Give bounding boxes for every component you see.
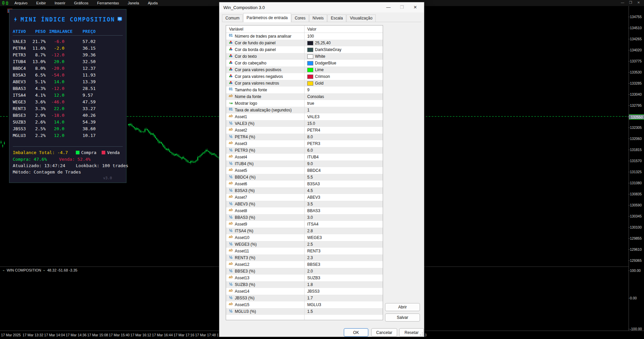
maximize-button[interactable]: ❐ bbox=[627, 0, 635, 5]
param-value[interactable]: 2.8 bbox=[307, 229, 313, 233]
param-value[interactable]: 1.5 bbox=[307, 309, 313, 314]
param-value[interactable]: MGLU3 bbox=[307, 302, 321, 307]
menu-item-gráficos[interactable]: Gráficos bbox=[70, 0, 93, 6]
minimize-button[interactable]: — bbox=[619, 0, 627, 5]
menu-item-inserir[interactable]: Inserir bbox=[50, 0, 70, 6]
param-value[interactable]: 3.5 bbox=[307, 202, 313, 206]
price-axis[interactable]: 1347551345101342651340201337751335301332… bbox=[629, 6, 644, 331]
imbalance-cell: 22.0 bbox=[49, 106, 64, 111]
composition-row: PETR411.6%-2.036.15 bbox=[9, 46, 126, 52]
cancelar-button[interactable]: Cancelar bbox=[371, 328, 397, 337]
param-value[interactable]: 2.0 bbox=[307, 269, 313, 274]
param-value[interactable]: WEGE3 bbox=[307, 235, 322, 240]
param-value[interactable]: 1.8 bbox=[307, 282, 313, 287]
preco-cell: 57.02 bbox=[83, 39, 96, 44]
tab-escala[interactable]: Escala bbox=[327, 14, 346, 22]
param-value[interactable]: Consolas bbox=[307, 94, 324, 99]
param-label: Asset4 bbox=[235, 155, 247, 159]
imbalance-cell: 20.0 bbox=[49, 59, 64, 64]
tab-cores[interactable]: Cores bbox=[291, 14, 309, 22]
menu-item-exibir[interactable]: Exibir bbox=[32, 0, 50, 6]
resize-grip[interactable] bbox=[420, 332, 423, 336]
param-label: Cor de fundo do painel bbox=[235, 41, 275, 45]
peso-cell: 2.6% bbox=[29, 119, 46, 125]
composition-row: PETR38.7%-12.039.36 bbox=[9, 52, 126, 59]
param-value[interactable]: 8.0 bbox=[307, 135, 313, 139]
param-value[interactable]: RENT3 bbox=[307, 249, 320, 253]
param-value[interactable]: JBSS3 bbox=[307, 289, 320, 294]
param-value[interactable]: ITUB4 bbox=[307, 155, 319, 159]
dialog-minimize-button[interactable]: — bbox=[382, 2, 395, 12]
ativo-cell: ITUB4 bbox=[13, 59, 26, 64]
lightning-icon bbox=[14, 17, 17, 22]
salvar-button[interactable]: Salvar bbox=[385, 313, 420, 322]
peso-cell: 5.1% bbox=[29, 79, 46, 84]
param-value[interactable]: Gold bbox=[307, 81, 323, 86]
ativo-cell: PETR4 bbox=[13, 46, 26, 51]
column-header: ATIVO bbox=[13, 29, 26, 34]
abrir-button[interactable]: Abrir bbox=[385, 303, 420, 311]
param-value[interactable]: DodgerBlue bbox=[307, 61, 336, 65]
param-label: Asset13 bbox=[235, 276, 249, 280]
param-value[interactable]: 25,25,40 bbox=[307, 41, 331, 45]
param-label: JBSS3 (%) bbox=[235, 296, 255, 300]
param-value[interactable]: 2.5 bbox=[307, 242, 313, 247]
close-button[interactable]: ✕ bbox=[635, 0, 643, 5]
param-value[interactable]: 2.3 bbox=[307, 255, 313, 260]
menu-item-ajuda[interactable]: Ajuda bbox=[144, 0, 162, 6]
str-type-icon: ab bbox=[228, 168, 234, 172]
dialog-title: Win_Composition 3.0 bbox=[223, 5, 265, 10]
ativo-cell: VALE3 bbox=[13, 39, 26, 44]
color-type-icon bbox=[228, 67, 234, 72]
param-value[interactable]: BBAS3 bbox=[307, 208, 320, 213]
color-type-icon bbox=[228, 54, 234, 58]
preco-cell: 10.17 bbox=[83, 133, 96, 138]
param-value[interactable]: BBSE3 bbox=[307, 262, 320, 267]
mt5-logo-icon bbox=[1, 1, 10, 5]
menu-item-ferramentas[interactable]: Ferramentas bbox=[93, 0, 123, 6]
tab-n-veis[interactable]: Níveis bbox=[309, 14, 327, 22]
param-value[interactable]: ITSA4 bbox=[307, 222, 318, 227]
param-value[interactable]: SUZB3 bbox=[307, 276, 320, 280]
param-value[interactable]: Lime bbox=[307, 67, 324, 72]
ativo-cell: JBSS3 bbox=[13, 126, 26, 131]
menu-item-janela[interactable]: Janela bbox=[123, 0, 144, 6]
param-value[interactable]: VALE3 bbox=[307, 114, 319, 119]
param-value[interactable]: BBDC4 bbox=[307, 168, 321, 173]
param-value[interactable]: PETR3 bbox=[307, 141, 320, 146]
param-value[interactable]: 1.7 bbox=[307, 296, 313, 300]
param-value[interactable]: 6.0 bbox=[307, 148, 313, 153]
dbl-type-icon: ½ bbox=[228, 121, 234, 126]
param-value[interactable]: 9.0 bbox=[307, 161, 313, 166]
menu-item-arquivo[interactable]: Arquivo bbox=[10, 0, 32, 6]
compra-percent: Compra: 47.6% bbox=[13, 157, 47, 162]
tab-comum[interactable]: Comum bbox=[222, 14, 243, 22]
param-label: B3SA3 (%) bbox=[235, 188, 255, 193]
param-value[interactable]: PETR4 bbox=[307, 128, 320, 133]
param-value[interactable]: true bbox=[307, 101, 314, 106]
str-type-icon: ab bbox=[228, 154, 234, 158]
param-value[interactable]: Crimson bbox=[307, 74, 330, 79]
param-value[interactable]: 15.0 bbox=[307, 121, 315, 126]
param-value[interactable]: ABEV3 bbox=[307, 195, 320, 200]
color-type-icon bbox=[228, 47, 234, 52]
tab-par-metros-de-entrada[interactable]: Parâmetros de entrada bbox=[243, 13, 291, 22]
param-value[interactable]: 1 bbox=[307, 108, 310, 112]
param-value[interactable]: B3SA3 bbox=[307, 182, 320, 186]
param-value[interactable]: 4.5 bbox=[307, 188, 313, 193]
param-value[interactable]: DarkSlateGray bbox=[307, 47, 341, 52]
param-value[interactable]: 3.0 bbox=[307, 215, 313, 220]
param-value[interactable]: White bbox=[307, 54, 325, 59]
param-label: Taxa de atualização (segundos) bbox=[235, 108, 291, 112]
str-type-icon: ab bbox=[228, 275, 234, 279]
param-value[interactable]: 100 bbox=[307, 34, 314, 39]
imbalance-cell: -12.0 bbox=[49, 52, 64, 57]
price-tick: 130100 bbox=[630, 225, 642, 229]
param-value[interactable]: 5.5 bbox=[307, 175, 313, 180]
tab-visualiza-o[interactable]: Visualização bbox=[346, 14, 376, 22]
ativo-cell: WEGE3 bbox=[13, 99, 26, 104]
dialog-maximize-button: ❐ bbox=[395, 2, 409, 12]
param-value[interactable]: 9 bbox=[307, 88, 310, 92]
dialog-close-button[interactable]: ✕ bbox=[409, 2, 422, 12]
ok-button[interactable]: OK bbox=[344, 328, 368, 337]
